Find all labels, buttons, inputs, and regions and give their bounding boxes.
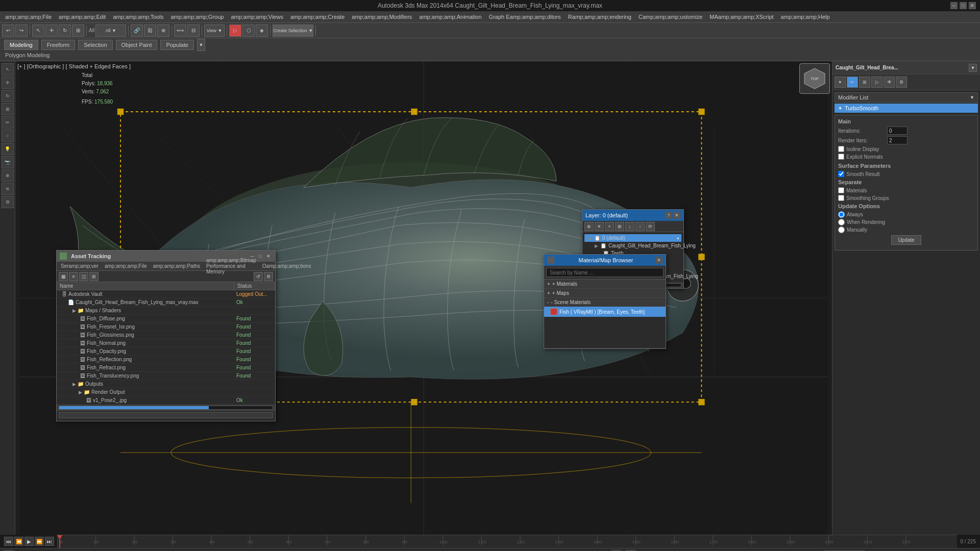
viewport[interactable]: [+ ] [Orthographic ] [ Shaded + Edged Fa… [15,61,832,535]
at-menu-file[interactable]: amp;amp;amp;File [103,263,149,269]
lt-select[interactable]: ↖ [2,63,14,76]
menu-graph-editors[interactable]: Graph Eamp;amp;amp;ditors [486,13,564,21]
panel-options[interactable]: ▼ [969,64,977,72]
populate-options[interactable]: ▼ [197,39,205,51]
mb-search-input[interactable] [546,268,664,277]
view-selector[interactable]: View ▼ [204,24,225,37]
menu-rendering[interactable]: Ramp;amp;amp;endering [565,13,634,21]
at-row[interactable]: 🖼 Fish_Opacity.png Found [57,347,275,356]
align-btn[interactable]: ⊟ [187,24,200,37]
viewport-nav[interactable]: TOP [799,63,830,94]
at-menu-server[interactable]: Seramp;amp;ver [59,263,101,269]
smooth-result-checkbox[interactable] [838,171,844,177]
menu-tools[interactable]: amp;amp;amp;Tools [110,13,166,21]
layer-btn1[interactable]: ⊕ [584,222,594,231]
layer-btn7[interactable]: ⟳ [646,222,655,231]
lt-shapes[interactable]: ○ [2,130,14,142]
tab-selection[interactable]: Selection [78,40,112,50]
pb-play[interactable]: ▶ [24,537,34,546]
rp-btn-create[interactable]: ✦ [835,77,846,88]
at-btn6[interactable]: ⚙ [264,272,273,281]
selection-filter[interactable]: All ▼ [95,24,126,37]
maximize-btn[interactable]: □ [960,2,967,9]
layer-btn3[interactable]: + [605,222,614,231]
at-row[interactable]: ▶ 📁 Render Output [57,388,275,396]
at-menu-bitmap[interactable]: amp;amp;amp;Bitmap Performance and Memor… [204,257,258,275]
at-row[interactable]: 🖼 Fish_Fresnel_Ior.png Found [57,323,275,331]
rp-btn-hierarchy[interactable]: ⊞ [859,77,870,88]
explicit-normals-checkbox[interactable] [838,154,844,160]
menu-edit[interactable]: amp;amp;amp;Edit [56,13,109,21]
at-row[interactable]: 📄 Caught_Gilt_Head_Bream_Fish_Lying_max_… [57,298,275,307]
menu-maxscript[interactable]: MAamp;amp;amp;XScript [706,13,776,21]
layer-item[interactable]: ▶ 📋 Caught_Gilt_Head_Bream_Fish_Lying [584,242,681,249]
at-row[interactable]: 🖼 Fish_Normal.png Found [57,339,275,347]
menu-file[interactable]: amp;amp;amp;File [2,13,55,21]
menu-group[interactable]: amp;amp;amp;Group [167,13,227,21]
tab-populate[interactable]: Populate [160,40,193,50]
at-btn5[interactable]: ↺ [254,272,263,281]
layer-close[interactable]: ✕ [673,212,680,219]
layer-btn6[interactable]: ↑ [635,222,645,231]
mb-maps-header[interactable]: + + Maps [544,289,666,297]
menu-animation[interactable]: amp;amp;amp;Animation [416,13,484,21]
select-btn[interactable]: ↖ [32,24,44,37]
lt-spacewarps[interactable]: ≋ [2,183,14,195]
at-row[interactable]: 🖼 v1_Pose2_.jpg Ok [57,396,275,405]
pb-prev[interactable]: ⏪ [14,537,23,546]
at-row[interactable]: ▶ 📁 Maps / Shaders [57,307,275,315]
materials-checkbox[interactable] [838,187,844,193]
pb-next[interactable]: ⏩ [35,537,44,546]
render-iters-input[interactable] [887,136,908,144]
at-row[interactable]: 🖼 Fish_Refract.png Found [57,364,275,372]
create-selection-btn[interactable]: Create Selection ▼ [273,24,313,37]
smoothing-groups-checkbox[interactable] [838,195,844,201]
material-editor-btn[interactable]: ◈ [256,24,268,37]
lt-scale[interactable]: ⊞ [2,103,14,115]
rp-btn-modify[interactable]: ✏ [847,77,858,88]
modifier-entry[interactable]: ◈ TurboSmooth [835,104,978,113]
layer-btn4[interactable]: ⊞ [615,222,624,231]
menu-views[interactable]: amp;amp;amp;Views [228,13,286,21]
timeline-track[interactable]: 0 10 20 30 40 50 60 70 80 90 1 [57,535,957,548]
rp-btn-motion[interactable]: ▷ [871,77,883,88]
at-row[interactable]: 🖼 Fish_Translucency.png Found [57,372,275,380]
radio-manually[interactable] [838,227,845,233]
scale-btn[interactable]: ⊞ [72,24,84,37]
at-close[interactable]: ✕ [265,253,272,260]
radio-when-rendering[interactable] [838,219,845,226]
menu-modifiers[interactable]: amp;amp;amp;Modifiers [349,13,415,21]
lt-systems[interactable]: ⚙ [2,196,14,208]
at-scrollbar[interactable] [59,412,273,418]
minimize-btn[interactable]: ─ [950,2,958,9]
at-row[interactable]: 🖼 Fish_Reflection.png Found [57,356,275,364]
render-frame-btn[interactable]: ⬡ [242,24,255,37]
lt-rotate[interactable]: ↻ [2,90,14,102]
rp-btn-utilities[interactable]: ⚙ [896,77,907,88]
layer-help[interactable]: ? [665,212,672,219]
layer-btn5[interactable]: ↓ [625,222,634,231]
pb-end[interactable]: ⏭ [45,537,54,546]
at-btn4[interactable]: ⊞ [89,272,99,281]
link-btn[interactable]: 🔗 [131,24,143,37]
close-btn[interactable]: ✕ [969,2,976,9]
at-row[interactable]: 🖼 Fish_Glossiness.png Found [57,331,275,339]
at-btn1[interactable]: ▦ [59,272,68,281]
update-button[interactable]: Update [891,235,921,245]
at-menu-options[interactable]: Oamp;amp;amp;tions [260,263,313,269]
lt-cameras[interactable]: 📷 [2,156,14,168]
menu-help[interactable]: amp;amp;amp;Help [778,13,833,21]
lt-lights[interactable]: 💡 [2,143,14,155]
bind-btn[interactable]: ⊕ [157,24,169,37]
move-btn[interactable]: ✛ [45,24,58,37]
isoline-checkbox[interactable] [838,146,844,152]
at-row[interactable]: ▶ 📁 Outputs [57,380,275,388]
mb-materials-header[interactable]: + + Materials [544,280,666,288]
rotate-btn[interactable]: ↻ [59,24,71,37]
undo-btn[interactable]: ↩ [2,24,14,37]
nav-cube[interactable]: TOP [799,63,830,94]
at-row[interactable]: 🖼 Fish_Diffuse.png Found [57,315,275,323]
mb-scene-header[interactable]: - - Scene Materials [544,298,666,307]
tab-modeling[interactable]: Modeling [4,40,38,50]
layer-item[interactable]: ▶ 📋 0 (default) ● [584,234,681,242]
